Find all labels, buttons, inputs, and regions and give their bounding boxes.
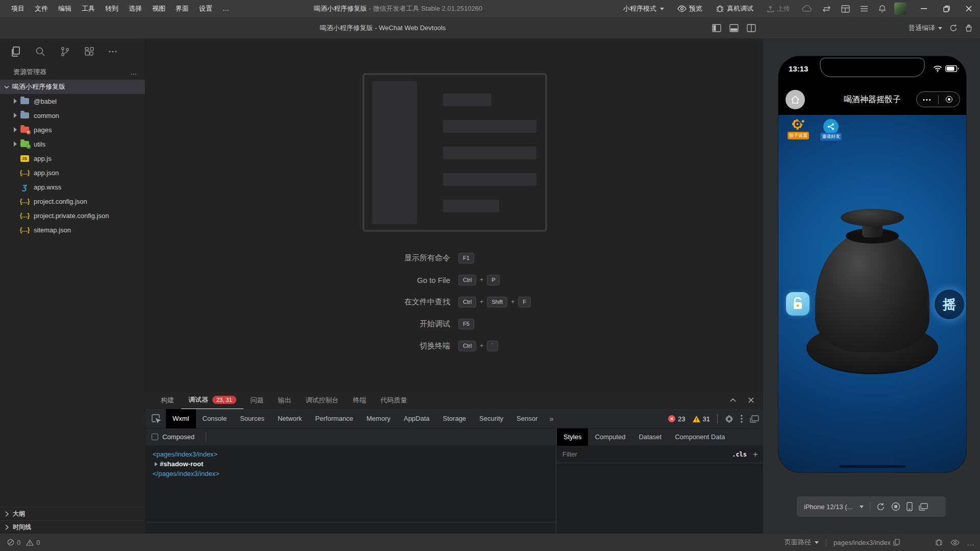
upload-button[interactable]: 上传: [760, 0, 797, 17]
current-page-path[interactable]: pages/index3/index: [834, 539, 900, 546]
git-branch-icon[interactable]: [59, 46, 70, 57]
menu-settings[interactable]: 设置: [194, 0, 217, 17]
tree-item-app-js[interactable]: JS app.js: [0, 151, 145, 165]
devtools-tab-storage[interactable]: Storage: [436, 409, 473, 428]
compile-mode-selector[interactable]: 普通编译: [909, 23, 942, 33]
styles-tab-computed[interactable]: Computed: [588, 428, 632, 446]
tab-problems[interactable]: 问题: [243, 391, 271, 409]
menu-tools[interactable]: 工具: [77, 0, 100, 17]
statusbar-bug-icon[interactable]: [935, 538, 943, 546]
styles-tab-component-data[interactable]: Component Data: [668, 428, 731, 446]
page-path-selector[interactable]: 页面路径: [785, 538, 819, 547]
tab-debug-console[interactable]: 调试控制台: [299, 391, 346, 409]
menu-project[interactable]: 项目: [6, 0, 30, 17]
explorer-files-icon[interactable]: [10, 46, 21, 57]
toggle-sidebar-icon[interactable]: [712, 24, 721, 32]
cloud-icon[interactable]: [797, 0, 817, 17]
preview-button[interactable]: 预览: [671, 0, 709, 17]
menu-goto[interactable]: 转到: [100, 0, 124, 17]
dice-settings-button[interactable]: 骰子设置: [785, 119, 812, 140]
mode-selector[interactable]: 小程序模式: [617, 0, 671, 17]
tab-build[interactable]: 构建: [154, 391, 181, 409]
simulator-refresh-icon[interactable]: [876, 502, 885, 511]
styles-filter-input[interactable]: [561, 450, 726, 459]
dice-shaker-cup[interactable]: [815, 231, 929, 352]
tree-item-sitemap[interactable]: {…} sitemap.json: [0, 223, 145, 237]
simulator-record-icon[interactable]: [891, 502, 900, 511]
devtools-tab-sensor[interactable]: Sensor: [510, 409, 544, 428]
devtools-tab-appdata[interactable]: AppData: [397, 409, 436, 428]
devtools-tab-security[interactable]: Security: [473, 409, 510, 428]
styles-tab-dataset[interactable]: Dataset: [632, 428, 668, 446]
tree-item-app-wxss[interactable]: Ʒ app.wxss: [0, 180, 145, 194]
devtools-settings-gear-icon[interactable]: [725, 415, 733, 423]
tree-item-project-private-config[interactable]: {…} project.private.config.json: [0, 208, 145, 223]
avatar[interactable]: [894, 3, 906, 15]
toggle-panel-icon[interactable]: [729, 24, 739, 32]
statusbar-more-icon[interactable]: …: [967, 538, 975, 547]
composed-checkbox[interactable]: [152, 434, 158, 440]
menu-more[interactable]: …: [217, 0, 234, 17]
devtools-kebab-menu-icon[interactable]: [741, 415, 743, 423]
toggle-simulator-icon[interactable]: [747, 24, 756, 32]
extensions-icon[interactable]: [84, 46, 95, 57]
recompile-icon[interactable]: [949, 24, 958, 32]
tree-item-project-config[interactable]: {…} project.config.json: [0, 194, 145, 208]
devtools-tab-performance[interactable]: Performance: [309, 409, 360, 428]
activity-more-icon[interactable]: [108, 50, 117, 53]
switch-compare-icon[interactable]: [817, 0, 836, 17]
dice-lock-button[interactable]: [786, 292, 810, 316]
simulator-device-icon[interactable]: [906, 502, 913, 511]
shadow-root-node[interactable]: #shadow-root: [153, 459, 556, 469]
menu-view[interactable]: 视图: [147, 0, 170, 17]
simulator-float-window-icon[interactable]: [919, 503, 928, 511]
layout-panels-icon[interactable]: [836, 0, 855, 17]
tab-debugger[interactable]: 调试器 23, 31: [181, 391, 243, 409]
outline-section[interactable]: 大纲: [0, 507, 145, 520]
search-icon[interactable]: [35, 46, 46, 57]
expand-arrow-icon[interactable]: [155, 462, 158, 466]
devtools-tab-network[interactable]: Network: [271, 409, 309, 428]
tab-output[interactable]: 输出: [271, 391, 299, 409]
clear-cache-icon[interactable]: [965, 24, 973, 32]
devtools-tab-console[interactable]: Console: [196, 409, 234, 428]
problems-summary[interactable]: 0 0: [0, 539, 40, 546]
statusbar-eye-icon[interactable]: [950, 539, 960, 546]
tree-item-utils[interactable]: + utils: [0, 137, 145, 151]
devtools-tab-wxml[interactable]: Wxml: [166, 409, 196, 428]
inspect-element-icon[interactable]: [145, 414, 166, 423]
toggle-class-button[interactable]: .cls: [732, 451, 747, 458]
console-error-count[interactable]: 23: [668, 415, 685, 423]
devtools-tab-sources[interactable]: Sources: [233, 409, 271, 428]
tab-terminal[interactable]: 终端: [346, 391, 374, 409]
styles-tab-styles[interactable]: Styles: [557, 428, 588, 446]
shake-button[interactable]: 摇: [935, 290, 964, 319]
devtools-undock-icon[interactable]: [750, 415, 759, 423]
devtools-more-tabs-icon[interactable]: »: [544, 414, 558, 423]
close-button[interactable]: [958, 0, 980, 17]
element-open-tag[interactable]: <pages/index3/index>: [153, 449, 556, 459]
capsule-more-button[interactable]: •••: [917, 97, 938, 103]
console-warning-count[interactable]: 31: [693, 415, 710, 423]
copy-icon[interactable]: [893, 539, 900, 546]
menu-edit[interactable]: 编辑: [53, 0, 77, 17]
new-style-rule-button[interactable]: +: [753, 450, 758, 459]
tab-code-quality[interactable]: 代码质量: [374, 391, 414, 409]
menu-select[interactable]: 选择: [124, 0, 147, 17]
devtools-tab-memory[interactable]: Memory: [360, 409, 397, 428]
minimize-button[interactable]: [913, 0, 935, 17]
tree-item-babel[interactable]: @babel: [0, 94, 145, 108]
tree-item-common[interactable]: common: [0, 108, 145, 123]
element-close-tag[interactable]: </pages/index3/index>: [153, 469, 556, 478]
menu-file[interactable]: 文件: [30, 0, 53, 17]
capsule-close-button[interactable]: [939, 96, 960, 103]
device-debug-button[interactable]: 真机调试: [709, 0, 760, 17]
mini-app-home-button[interactable]: [786, 90, 805, 109]
panel-maximize-icon[interactable]: [730, 398, 736, 402]
invite-friends-button[interactable]: 邀请好友: [817, 119, 845, 140]
bell-icon[interactable]: [873, 0, 891, 17]
explorer-more-icon[interactable]: …: [130, 68, 137, 76]
tree-root-project[interactable]: 喝酒小程序修复版: [0, 80, 145, 94]
tree-item-app-json[interactable]: {…} app.json: [0, 165, 145, 180]
maximize-button[interactable]: [935, 0, 958, 17]
